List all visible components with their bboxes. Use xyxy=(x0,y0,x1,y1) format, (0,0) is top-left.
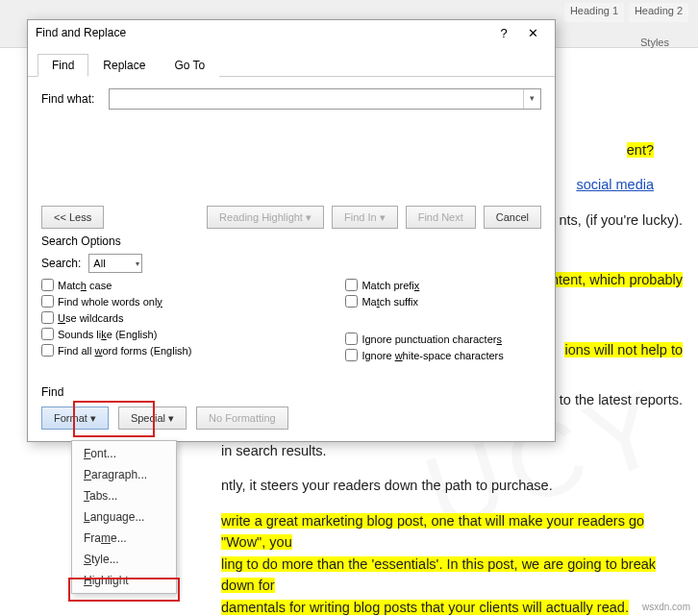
chevron-down-icon: ▾ xyxy=(136,259,139,268)
match-suffix-checkbox[interactable]: Match suffix xyxy=(345,295,503,308)
dropdown-paragraph[interactable]: Paragraph... xyxy=(74,464,174,485)
match-prefix-checkbox[interactable]: Match prefix xyxy=(345,279,503,291)
find-in-button[interactable]: Find In ▾ xyxy=(332,206,398,229)
doc-text: g to the latest reports. xyxy=(548,392,683,407)
search-direction-select[interactable]: All▾ xyxy=(88,254,142,273)
wildcards-checkbox[interactable]: Use wildcards xyxy=(41,311,191,324)
whole-words-checkbox[interactable]: Find whole words only xyxy=(41,295,191,308)
no-formatting-button[interactable]: No Formatting xyxy=(196,407,288,430)
style-heading1[interactable]: Heading 1 xyxy=(564,3,624,22)
find-next-button[interactable]: Find Next xyxy=(406,206,476,229)
doc-text: ntly, it steers your readers down the pa… xyxy=(221,478,553,493)
tab-replace[interactable]: Replace xyxy=(88,54,160,77)
dialog-tabs: Find Replace Go To xyxy=(28,49,555,77)
close-button[interactable]: ✕ xyxy=(518,26,547,40)
all-word-forms-checkbox[interactable]: Find all word forms (English) xyxy=(41,344,191,357)
ribbon-styles: Heading 1 Heading 2 xyxy=(564,3,688,22)
ribbon-group-label: Styles xyxy=(640,37,669,48)
dropdown-font[interactable]: Font... xyxy=(74,443,174,464)
find-section-label: Find xyxy=(41,385,63,399)
doc-text: damentals for writing blog posts that yo… xyxy=(221,600,629,615)
chevron-down-icon[interactable]: ▾ xyxy=(523,89,540,109)
dropdown-highlight[interactable]: Highlight xyxy=(74,570,174,591)
sounds-like-checkbox[interactable]: Sounds like (English) xyxy=(41,328,191,340)
search-direction-label: Search: xyxy=(41,257,81,270)
style-heading2[interactable]: Heading 2 xyxy=(629,3,688,22)
find-panel: Find what: ▾ << Less Reading Highlight ▾… xyxy=(28,77,555,373)
reading-highlight-button[interactable]: Reading Highlight ▾ xyxy=(207,206,324,229)
find-what-input[interactable]: ▾ xyxy=(109,88,541,110)
format-button[interactable]: Format ▾ xyxy=(41,407,109,430)
dropdown-language[interactable]: Language... xyxy=(74,506,174,528)
format-dropdown: Font... Paragraph... Tabs... Language...… xyxy=(71,440,177,594)
doc-text: write a great marketing blog post, one t… xyxy=(221,513,644,550)
doc-text: ntent, which probably xyxy=(551,272,683,287)
doc-text: ling to do more than the 'essentials'. I… xyxy=(221,556,656,593)
help-button[interactable]: ? xyxy=(489,26,518,40)
dropdown-tabs[interactable]: Tabs... xyxy=(74,485,174,506)
doc-text: ent? xyxy=(627,142,654,158)
special-button[interactable]: Special ▾ xyxy=(118,407,187,430)
dialog-title: Find and Replace xyxy=(36,26,489,39)
dropdown-style[interactable]: Style... xyxy=(74,549,174,570)
ignore-whitespace-checkbox[interactable]: Ignore white-space characters xyxy=(345,349,503,361)
doc-text: ions will not help to xyxy=(564,342,683,357)
cancel-button[interactable]: Cancel xyxy=(484,206,541,229)
search-options-label: Search Options xyxy=(41,234,541,248)
doc-link[interactable]: social media xyxy=(576,177,654,192)
watermark-source: wsxdn.com xyxy=(642,602,690,612)
less-button[interactable]: << Less xyxy=(41,206,104,229)
find-what-label: Find what: xyxy=(41,92,109,106)
dropdown-frame[interactable]: Frame... xyxy=(74,528,174,549)
ignore-punct-checkbox[interactable]: Ignore punctuation characters xyxy=(345,333,503,345)
dialog-titlebar: Find and Replace ? ✕ xyxy=(28,20,555,45)
tab-goto[interactable]: Go To xyxy=(160,54,219,77)
doc-text: nts, (if you're lucky). xyxy=(560,212,683,228)
find-replace-dialog: Find and Replace ? ✕ Find Replace Go To … xyxy=(27,19,556,442)
match-case-checkbox[interactable]: Match case xyxy=(41,279,191,291)
doc-text: in search results. xyxy=(221,443,327,458)
tab-find[interactable]: Find xyxy=(37,54,88,77)
